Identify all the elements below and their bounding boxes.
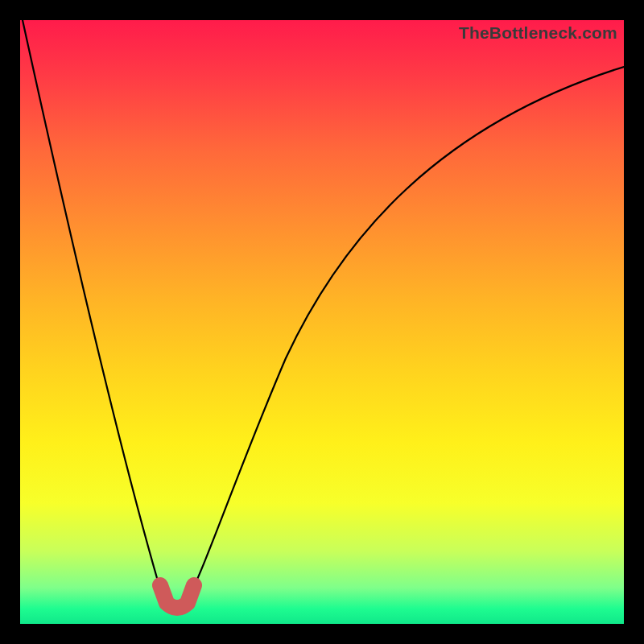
optimal-marker — [160, 585, 194, 608]
plot-area: TheBottleneck.com — [20, 20, 624, 624]
curve-right-branch — [187, 67, 624, 601]
watermark-text: TheBottleneck.com — [459, 23, 617, 43]
chart-frame: TheBottleneck.com — [20, 20, 624, 624]
curve-left-branch — [23, 20, 167, 601]
curve-layer — [20, 20, 624, 624]
